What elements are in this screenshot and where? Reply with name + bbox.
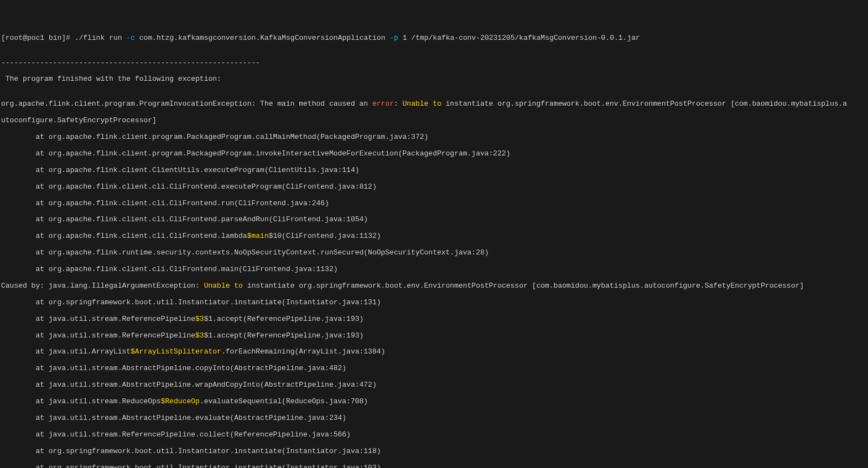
stack-pre: at java.util.stream.ReduceOps: [1, 397, 161, 405]
stack-pre: at java.util.stream.ReferencePipeline: [1, 315, 195, 323]
separator-line: ----------------------------------------…: [1, 59, 867, 67]
command-jar: /tmp/kafka-conv-20231205/kafkaMsgConvers…: [411, 34, 640, 42]
command-parallelism: 1: [403, 34, 407, 42]
stack-line: at org.springframework.boot.util.Instant…: [1, 299, 867, 307]
stack-line: at org.apache.flink.client.cli.CliFronte…: [1, 266, 867, 274]
stack-line: at org.apache.flink.client.ClientUtils.e…: [1, 167, 867, 175]
hl-dollar3: $3: [195, 315, 204, 323]
stack-pre: at java.util.ArrayList: [1, 347, 131, 356]
command-exe: ./flink run: [75, 34, 122, 42]
stack-post: .forEachRemaining(ArrayList.java:1384): [221, 347, 385, 356]
hl-reduceop: $ReduceOp: [161, 397, 200, 405]
stack-line: at org.apache.flink.client.cli.CliFronte…: [1, 200, 867, 208]
command-class: com.htzg.kafkamsgconversion.KafkaMsgConv…: [139, 34, 386, 42]
stack-post: $10(CliFrontend.java:1132): [269, 232, 381, 240]
stack-line: at java.util.stream.AbstractPipeline.eva…: [1, 414, 867, 423]
hl-main: $main: [247, 232, 269, 240]
stack-line: at org.apache.flink.client.cli.CliFronte…: [1, 216, 867, 224]
stack-line: at org.apache.flink.client.program.Packa…: [1, 150, 867, 158]
stack-post: $1.accept(ReferencePipeline.java:193): [204, 331, 364, 340]
prompt-path: bin: [49, 34, 61, 42]
stack-line: at java.util.stream.AbstractPipeline.wra…: [1, 381, 867, 389]
error-word: error: [372, 100, 394, 108]
stack-line-ref: at java.util.stream.ReferencePipeline$3$…: [1, 332, 867, 340]
hl-arraylist: $ArrayListSpliterator: [131, 347, 221, 356]
exception-line: org.apache.flink.client.program.ProgramI…: [1, 100, 867, 108]
stack-pre: at org.apache.flink.client.cli.CliFronte…: [1, 232, 247, 240]
stack-line-lambda: at org.apache.flink.client.cli.CliFronte…: [1, 232, 867, 241]
stack-line-ref: at java.util.stream.ReferencePipeline$3$…: [1, 315, 867, 324]
terminal-output: [root@poc1 bin]# ./flink run -c com.htzg…: [1, 34, 867, 468]
stack-post: $1.accept(ReferencePipeline.java:193): [204, 315, 364, 323]
stack-line-reduce: at java.util.stream.ReduceOps$ReduceOp.e…: [1, 398, 867, 406]
caused-post: instantiate org.springframework.boot.env…: [243, 282, 804, 290]
prompt-symbol: #: [66, 34, 70, 42]
exception-rest: instantiate org.springframework.boot.env…: [441, 100, 847, 108]
unable-to: Unable to: [403, 100, 441, 108]
exception-colon: :: [394, 100, 403, 108]
caused-by-line: Caused by: java.lang.IllegalArgumentExce…: [1, 282, 867, 290]
unable-to: Unable to: [204, 282, 243, 290]
caused-pre: Caused by: java.lang.IllegalArgumentExce…: [1, 282, 204, 290]
prompt-user: root: [6, 34, 23, 42]
exception-prefix: org.apache.flink.client.program.ProgramI…: [1, 100, 372, 108]
stack-line: at java.util.stream.AbstractPipeline.cop…: [1, 365, 867, 373]
stack-line: at org.springframework.boot.util.Instant…: [1, 448, 867, 456]
flag-c: -c: [126, 34, 135, 42]
stack-pre: at java.util.stream.ReferencePipeline: [1, 331, 195, 340]
stack-line-arraylist: at java.util.ArrayList$ArrayListSplitera…: [1, 348, 867, 356]
prompt-host: poc1: [27, 34, 44, 42]
hl-dollar3: $3: [195, 331, 204, 340]
stack-line: at org.apache.flink.client.cli.CliFronte…: [1, 183, 867, 191]
stack-line: at org.springframework.boot.util.Instant…: [1, 464, 867, 469]
flag-p: -p: [389, 34, 398, 42]
exception-line2: utoconfigure.SafetyEncryptProcessor]: [1, 117, 867, 125]
stack-line: at java.util.stream.ReferencePipeline.co…: [1, 431, 867, 439]
stack-line: at org.apache.flink.client.program.Packa…: [1, 133, 867, 142]
intro-line: The program finished with the following …: [1, 75, 867, 84]
stack-line: at org.apache.flink.runtime.security.con…: [1, 249, 867, 257]
prompt-line[interactable]: [root@poc1 bin]# ./flink run -c com.htzg…: [1, 34, 867, 43]
stack-post: .evaluateSequential(ReduceOps.java:708): [200, 397, 368, 405]
